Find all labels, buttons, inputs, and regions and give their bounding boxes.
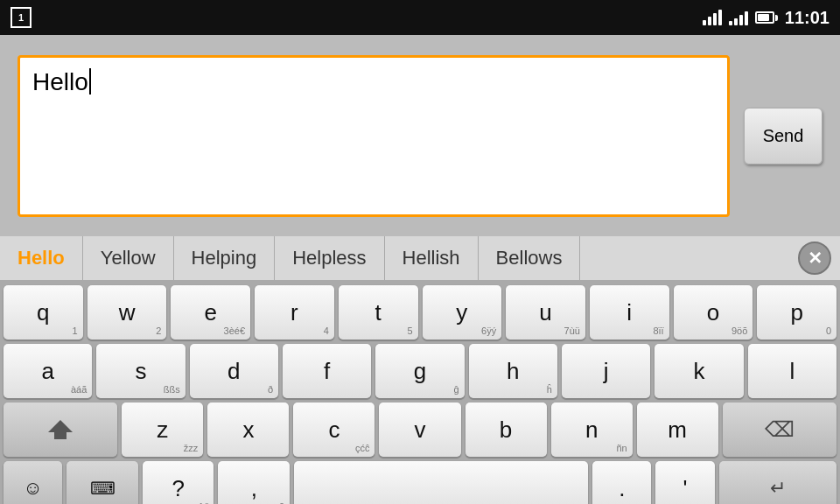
suggestion-yellow[interactable]: Yellow [83, 236, 174, 280]
suggestion-hellish[interactable]: Hellish [385, 236, 479, 280]
wifi-icon [703, 10, 722, 25]
suggestion-hello[interactable]: Hello [9, 236, 83, 280]
status-right: 11:01 [703, 8, 830, 28]
key-n[interactable]: nñn [551, 402, 633, 457]
keyboard-row-2: aàáã sßßs dð f gĝ hĥ j k l [4, 344, 836, 398]
battery-icon [755, 11, 778, 24]
input-text: Hello [32, 68, 88, 96]
suggestion-helping[interactable]: Helping [174, 236, 276, 280]
keyboard-row-4: ☺ ... ⌨ ? 1/j , 0 . ... ' ↵ ... [4, 461, 836, 504]
key-period[interactable]: . ... [592, 461, 651, 504]
notification-icon: 1 [10, 7, 32, 28]
key-comma[interactable]: , 0 [218, 461, 290, 504]
input-area: Hello Send [0, 35, 840, 236]
suggestions-close-button[interactable]: ✕ [798, 242, 831, 275]
send-button[interactable]: Send [744, 108, 822, 164]
emoji-key[interactable]: ☺ ... [4, 461, 62, 504]
shift-base-icon [54, 432, 66, 439]
key-u[interactable]: u7ùü [506, 285, 585, 340]
text-cursor [89, 68, 91, 94]
status-left: 1 [10, 7, 32, 28]
key-o[interactable]: o9öõ [674, 285, 753, 340]
keyboard-switch-key[interactable]: ⌨ [66, 461, 138, 504]
key-c[interactable]: cçćĉ [293, 402, 374, 457]
key-m[interactable]: m [637, 402, 718, 457]
text-input-box[interactable]: Hello [18, 55, 730, 217]
keyboard-row-1: q1 w2 e3èé€ r4 t5 y6ÿý u7ùü i8ïï o9öõ p0 [4, 285, 836, 340]
key-apostrophe[interactable]: ' [655, 461, 714, 504]
suggestions-bar: Hello Yellow Helping Helpless Hellish Be… [0, 236, 840, 280]
space-key[interactable] [294, 461, 588, 504]
key-w[interactable]: w2 [88, 285, 167, 340]
key-h[interactable]: hĥ [469, 344, 557, 398]
key-x[interactable]: x [207, 402, 289, 457]
enter-key[interactable]: ↵ ... [719, 461, 836, 504]
key-i[interactable]: i8ïï [590, 285, 669, 340]
key-b[interactable]: b [466, 402, 547, 457]
keyboard: q1 w2 e3èé€ r4 t5 y6ÿý u7ùü i8ïï o9öõ p0… [0, 280, 840, 504]
key-s[interactable]: sßßs [96, 344, 185, 398]
clock: 11:01 [785, 8, 830, 28]
key-f[interactable]: f [283, 344, 371, 398]
backspace-icon: ⌫ [765, 417, 794, 442]
keyboard-row-3: zžzz x cçćĉ v b nñn m ⌫ [4, 402, 836, 457]
key-l[interactable]: l [748, 344, 836, 398]
key-k[interactable]: k [654, 344, 743, 398]
backspace-key[interactable]: ⌫ [723, 402, 836, 457]
key-v[interactable]: v [379, 402, 460, 457]
signal-icon [729, 10, 748, 25]
key-e[interactable]: e3èé€ [171, 285, 250, 340]
status-bar: 1 11:01 [0, 0, 840, 35]
key-z[interactable]: zžzz [122, 402, 203, 457]
suggestion-bellows[interactable]: Bellows [479, 236, 581, 280]
suggestion-helpless[interactable]: Helpless [275, 236, 384, 280]
key-j[interactable]: j [562, 344, 650, 398]
key-q[interactable]: q1 [4, 285, 83, 340]
key-question[interactable]: ? 1/j [143, 461, 214, 504]
enter-icon: ↵ [770, 477, 786, 500]
key-a[interactable]: aàáã [4, 344, 92, 398]
key-g[interactable]: gĝ [375, 344, 464, 398]
shift-key[interactable] [4, 402, 117, 457]
key-d[interactable]: dð [190, 344, 278, 398]
key-r[interactable]: r4 [255, 285, 334, 340]
shift-arrow-icon [48, 420, 73, 432]
key-p[interactable]: p0 [757, 285, 836, 340]
key-t[interactable]: t5 [339, 285, 418, 340]
key-y[interactable]: y6ÿý [423, 285, 502, 340]
